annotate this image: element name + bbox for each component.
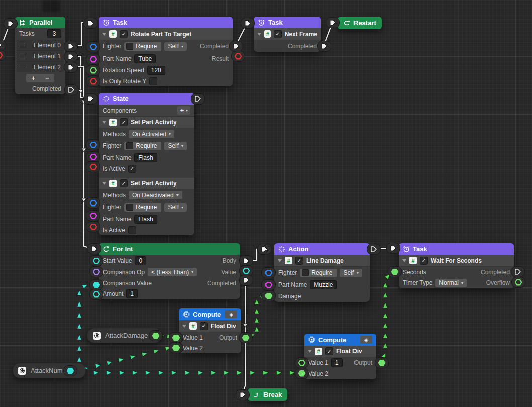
start-value-field[interactable]: 0: [135, 256, 146, 265]
part-name-field[interactable]: Muzzle: [310, 280, 337, 289]
node-task-wait[interactable]: Task Wait For Seconds Seconds Completed …: [399, 243, 514, 288]
require-checkbox[interactable]: [126, 43, 133, 50]
self-dropdown[interactable]: Self: [164, 42, 187, 51]
node-compute-2[interactable]: Compute Float Div Value 1 1 Output Value…: [304, 334, 376, 379]
parallel-header[interactable]: Parallel: [15, 17, 65, 28]
require-toggle[interactable]: Require: [124, 142, 161, 150]
port-forint-startvalue-in[interactable]: [89, 255, 103, 266]
port-forint-comparisonop-in[interactable]: [89, 266, 103, 277]
port-action-partname-in[interactable]: [261, 279, 276, 290]
enabled-checkbox[interactable]: [420, 257, 428, 265]
port-task-rotate-in[interactable]: [83, 18, 98, 29]
enabled-checkbox[interactable]: [120, 118, 128, 126]
collapse-triangle-icon[interactable]: [182, 325, 186, 328]
port-state1-partname-in[interactable]: [86, 151, 100, 162]
port-task-rotate-partname-in[interactable]: [86, 54, 100, 65]
node-task-rotate[interactable]: Task Rotate Part To Target Fighter Requi…: [99, 17, 233, 86]
port-parallel-element2-out[interactable]: [64, 62, 78, 73]
port-task-rotate-result-out[interactable]: [231, 51, 245, 62]
drag-handle-icon[interactable]: [20, 44, 25, 47]
port-task-next-completed-out[interactable]: [317, 41, 331, 52]
task-header[interactable]: Task: [254, 17, 321, 28]
port-task-wait-seconds-in[interactable]: [388, 266, 402, 277]
port-break-in[interactable]: [236, 389, 250, 400]
port-action-in[interactable]: [257, 244, 272, 255]
methods-dropdown[interactable]: On Deactivated: [129, 191, 182, 199]
port-forint-body-out[interactable]: [239, 255, 253, 266]
node-compute-1[interactable]: Compute Float Div Value 1 Output Value 2: [179, 308, 241, 353]
port-action-fighter-in[interactable]: [261, 267, 276, 278]
node-for-int[interactable]: For Int Start Value 0 Body Comparison Op…: [99, 243, 240, 299]
port-task-next-in[interactable]: [241, 18, 255, 29]
require-checkbox[interactable]: [126, 204, 133, 211]
part-name-field[interactable]: Flash: [134, 215, 157, 224]
require-toggle[interactable]: Require: [124, 203, 161, 212]
enabled-checkbox[interactable]: [274, 30, 282, 38]
port-task-wait-in[interactable]: [386, 243, 400, 254]
port-state1-isactive-in[interactable]: [86, 161, 100, 172]
node-break[interactable]: Break: [248, 388, 287, 401]
port-state-out[interactable]: [191, 93, 205, 105]
port-offscreen-exec-out[interactable]: [0, 40, 6, 51]
diamond-button[interactable]: [225, 310, 237, 318]
port-task-wait-overflow-out[interactable]: [511, 277, 525, 288]
port-compute2-value2-in[interactable]: [295, 368, 309, 379]
port-compute1-output[interactable]: [239, 332, 253, 343]
port-task-rotate-isonly-in[interactable]: [86, 76, 100, 87]
port-action-out[interactable]: [367, 244, 381, 255]
port-action-damage-in[interactable]: [261, 290, 276, 301]
list-item[interactable]: Element 2: [17, 62, 64, 72]
is-active-checkbox[interactable]: [128, 165, 136, 173]
node-restart[interactable]: Restart: [338, 17, 382, 29]
require-toggle[interactable]: Require: [300, 269, 337, 277]
self-dropdown[interactable]: Self: [340, 269, 362, 277]
port-offscreen-result-out[interactable]: [0, 50, 6, 61]
task-header[interactable]: Task: [399, 243, 514, 255]
port-forint-completed-out[interactable]: [239, 275, 253, 286]
is-active-checkbox[interactable]: [128, 226, 136, 234]
enabled-checkbox[interactable]: [120, 179, 128, 187]
part-name-field[interactable]: Flash: [134, 153, 157, 162]
tasks-count-field[interactable]: 3: [47, 29, 61, 38]
amount-field[interactable]: 1: [126, 289, 138, 298]
compute-header[interactable]: Compute: [179, 308, 241, 320]
add-component-button[interactable]: +: [180, 107, 184, 114]
port-compute2-output[interactable]: [375, 357, 389, 368]
add-element-button[interactable]: +: [26, 74, 40, 82]
port-compute2-value1-in[interactable]: [295, 357, 309, 368]
port-state1-fighter-in[interactable]: [86, 139, 100, 150]
require-toggle[interactable]: Require: [124, 42, 161, 51]
node-parallel[interactable]: Parallel Tasks 3 Element 0 Element 1 Ele…: [15, 17, 65, 94]
collapse-triangle-icon[interactable]: [102, 33, 106, 36]
compute-header[interactable]: Compute: [304, 334, 376, 346]
collapse-triangle-icon[interactable]: [278, 259, 282, 262]
port-attack-damage-out[interactable]: [149, 330, 163, 341]
port-task-rotate-fighter-in[interactable]: [86, 41, 100, 52]
collapse-triangle-icon[interactable]: [257, 33, 261, 36]
state-header[interactable]: State: [99, 93, 194, 105]
methods-dropdown[interactable]: On Activated: [129, 130, 174, 138]
port-parallel-element0-out[interactable]: [64, 41, 78, 52]
list-item[interactable]: Element 0: [17, 40, 64, 51]
port-forint-in[interactable]: [87, 243, 101, 254]
collapse-triangle-icon[interactable]: [102, 182, 106, 185]
port-parallel-element1-out[interactable]: [64, 51, 78, 62]
port-task-rotate-completed-out[interactable]: [229, 41, 243, 52]
rotation-speed-field[interactable]: 120: [147, 66, 165, 75]
enabled-checkbox[interactable]: [295, 257, 303, 265]
for-int-header[interactable]: For Int: [99, 243, 240, 255]
port-state-in[interactable]: [83, 93, 98, 105]
chevron-down-icon[interactable]: [186, 108, 188, 113]
timer-type-dropdown[interactable]: Normal: [435, 279, 467, 287]
task-header[interactable]: Task: [99, 17, 233, 28]
port-restart-in[interactable]: [326, 17, 340, 28]
port-compute1-value2-in[interactable]: [169, 342, 183, 353]
require-checkbox[interactable]: [126, 142, 133, 149]
collapse-triangle-icon[interactable]: [308, 350, 312, 353]
port-parallel-in[interactable]: [4, 18, 18, 29]
port-task-rotate-speed-in[interactable]: [86, 65, 100, 76]
enabled-checkbox[interactable]: [120, 30, 128, 38]
self-dropdown[interactable]: Self: [164, 203, 187, 212]
diamond-button[interactable]: [360, 336, 372, 344]
collapse-triangle-icon[interactable]: [402, 259, 406, 262]
